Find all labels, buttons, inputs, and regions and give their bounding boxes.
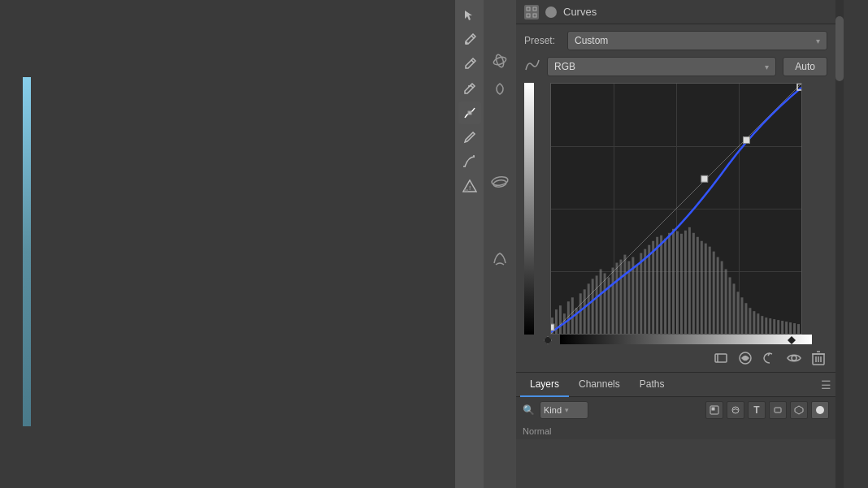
search-icon: 🔍 xyxy=(523,404,535,416)
tab-paths[interactable]: Paths xyxy=(630,373,675,397)
kind-dropdown[interactable]: Kind ▾ xyxy=(540,401,588,419)
tool-arrow[interactable] xyxy=(458,4,481,27)
filter-smart-icon[interactable] xyxy=(790,401,808,419)
svg-rect-27 xyxy=(592,279,594,334)
filter-shape-icon[interactable] xyxy=(769,401,787,419)
svg-rect-25 xyxy=(584,289,586,334)
svg-rect-59 xyxy=(721,261,723,334)
svg-rect-42 xyxy=(652,241,654,334)
svg-rect-38 xyxy=(636,266,638,334)
curves-visibility-icon[interactable] xyxy=(545,6,557,18)
panel-scrollbar[interactable] xyxy=(835,0,844,488)
preset-chevron-icon: ▾ xyxy=(816,37,820,45)
tool-warning[interactable]: ! xyxy=(458,175,481,197)
side-tool-4[interactable] xyxy=(488,245,512,270)
svg-rect-51 xyxy=(688,227,691,334)
tool-curve-point[interactable] xyxy=(458,101,481,124)
channel-value: RGB xyxy=(554,61,575,72)
svg-rect-54 xyxy=(701,241,703,334)
curves-panel-icon xyxy=(524,5,539,19)
tool-pencil[interactable] xyxy=(458,126,481,149)
tab-layers[interactable]: Layers xyxy=(520,373,569,397)
filter-adjustment-icon[interactable] xyxy=(727,401,744,419)
spacer xyxy=(534,335,544,344)
tab-channels[interactable]: Channels xyxy=(569,373,630,397)
filter-pixel-icon[interactable] xyxy=(705,401,723,419)
panel-header: Curves xyxy=(516,0,835,24)
side-tool-2[interactable] xyxy=(488,76,512,101)
gradient-handle-left[interactable] xyxy=(544,336,552,344)
channel-chevron-icon: ▾ xyxy=(765,63,769,71)
gradient-bar-bottom xyxy=(560,335,812,344)
layers-tab-group: Layers Channels Paths xyxy=(520,373,674,397)
channel-dropdown[interactable]: RGB ▾ xyxy=(547,57,776,76)
filter-text-icon[interactable]: T xyxy=(748,401,766,419)
svg-rect-77 xyxy=(793,323,796,334)
auto-button[interactable]: Auto xyxy=(783,57,827,76)
preset-dropdown[interactable]: Custom ▾ xyxy=(567,31,827,50)
svg-rect-44 xyxy=(660,235,662,334)
action-icons-row xyxy=(532,344,835,372)
layers-tabs: Layers Channels Paths ☰ xyxy=(516,373,835,397)
layers-menu-icon[interactable]: ☰ xyxy=(821,378,831,391)
curves-graph[interactable] xyxy=(550,83,802,335)
svg-rect-75 xyxy=(785,322,788,334)
svg-rect-56 xyxy=(709,247,711,334)
curves-graph-container xyxy=(516,83,835,344)
svg-rect-97 xyxy=(775,408,781,412)
side-tool-1[interactable] xyxy=(488,49,512,73)
kind-value: Kind xyxy=(544,405,562,415)
delete-icon[interactable] xyxy=(809,349,827,367)
svg-rect-12 xyxy=(527,7,530,11)
svg-rect-47 xyxy=(672,229,675,334)
svg-rect-65 xyxy=(744,303,747,334)
filter-color-icon[interactable] xyxy=(811,401,829,419)
svg-rect-76 xyxy=(789,322,792,334)
tool-eyedropper2[interactable] xyxy=(458,53,481,76)
scrollbar-thumb[interactable] xyxy=(835,16,844,81)
svg-rect-7 xyxy=(464,189,468,192)
gradient-bar-left xyxy=(524,83,534,335)
kind-chevron-icon: ▾ xyxy=(565,406,569,414)
preset-label: Preset: xyxy=(524,35,561,46)
svg-rect-35 xyxy=(623,255,626,334)
svg-rect-68 xyxy=(757,313,759,334)
svg-rect-50 xyxy=(684,231,687,334)
svg-point-8 xyxy=(493,56,507,67)
svg-rect-15 xyxy=(533,14,536,17)
svg-rect-84 xyxy=(715,354,727,362)
side-tool-3[interactable] xyxy=(488,169,512,193)
svg-rect-30 xyxy=(604,273,606,334)
auto-button-icon[interactable] xyxy=(761,349,779,367)
channel-row: RGB ▾ Auto xyxy=(516,57,835,83)
svg-rect-95 xyxy=(712,408,714,410)
svg-rect-23 xyxy=(575,308,578,334)
histogram-svg xyxy=(551,84,801,334)
svg-rect-63 xyxy=(737,292,740,334)
show-clipping-icon[interactable] xyxy=(736,349,754,367)
tool-spline[interactable] xyxy=(458,150,481,173)
svg-rect-34 xyxy=(619,260,622,334)
svg-rect-13 xyxy=(533,7,536,11)
image-preview-strip xyxy=(23,77,31,426)
svg-rect-39 xyxy=(640,253,642,334)
eye-icon[interactable] xyxy=(785,349,803,367)
preset-value: Custom xyxy=(575,35,608,46)
svg-rect-29 xyxy=(600,270,602,334)
target-adjustment-icon[interactable] xyxy=(712,349,730,367)
tool-eyedropper3[interactable] xyxy=(458,77,481,100)
svg-point-0 xyxy=(466,42,467,44)
svg-rect-62 xyxy=(733,283,736,334)
svg-rect-81 xyxy=(701,175,708,182)
blend-mode-row: Normal xyxy=(516,423,835,439)
normal-label: Normal xyxy=(523,426,551,436)
svg-rect-57 xyxy=(713,252,715,334)
svg-rect-61 xyxy=(729,277,731,334)
svg-rect-67 xyxy=(753,311,755,334)
svg-rect-43 xyxy=(656,237,658,334)
tool-eyedropper1[interactable] xyxy=(458,28,481,51)
svg-point-87 xyxy=(792,356,796,361)
filter-icons-row: T xyxy=(593,401,829,419)
svg-rect-80 xyxy=(551,324,554,330)
preset-row: Preset: Custom ▾ xyxy=(516,24,835,57)
